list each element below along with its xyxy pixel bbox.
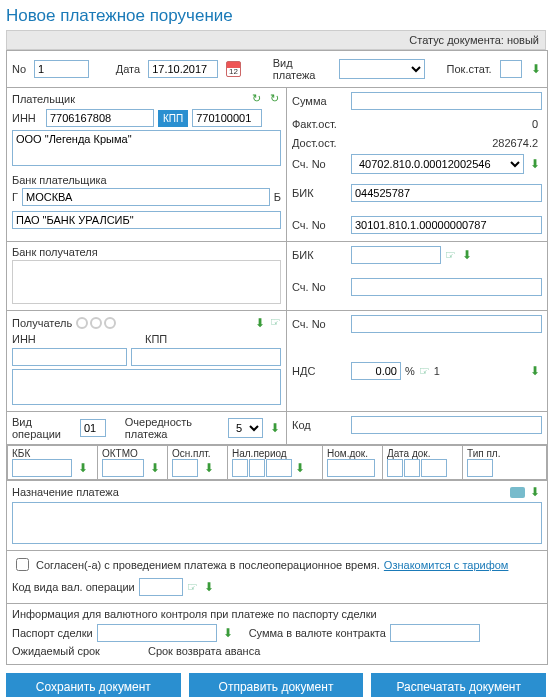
sum-input[interactable] <box>351 92 542 110</box>
pokstat-input[interactable] <box>500 60 522 78</box>
arrow-down-icon[interactable]: ⬇ <box>528 485 542 499</box>
code-input[interactable] <box>351 416 542 434</box>
advance-label: Срок возврата аванса <box>148 645 260 657</box>
payment-type-label: Вид платежа <box>273 57 332 81</box>
no-input[interactable] <box>34 60 89 78</box>
page-title: Новое платежное поручение <box>6 6 546 26</box>
payer-city-input[interactable] <box>22 188 270 206</box>
period-head: Нал.период <box>232 448 318 459</box>
datadok-2[interactable] <box>404 459 420 477</box>
payer-bank-acc <box>351 216 542 234</box>
recip-acc-input[interactable] <box>351 315 542 333</box>
refresh-icon-2[interactable]: ↻ <box>267 92 281 106</box>
hand-icon[interactable]: ☞ <box>187 580 198 594</box>
hand-icon[interactable]: ☞ <box>419 364 430 378</box>
hand-icon[interactable]: ☞ <box>270 315 281 329</box>
status-bar: Статус документа: новый <box>6 30 546 50</box>
arrow-down-icon[interactable]: ⬇ <box>530 62 543 76</box>
period-2[interactable] <box>249 459 265 477</box>
calendar-icon[interactable]: 12 <box>226 61 241 77</box>
period-3[interactable] <box>266 459 292 477</box>
acc2-label: Сч. No <box>292 219 347 231</box>
b-label: Б <box>274 191 281 203</box>
acc-select[interactable]: 40702.810.0.00012002546 <box>351 154 524 174</box>
recip-kpp-input[interactable] <box>131 348 281 366</box>
recip-bank-textarea <box>12 260 281 304</box>
osn-input[interactable] <box>172 459 198 477</box>
oktmo-input[interactable] <box>102 459 144 477</box>
purpose-label: Назначение платежа <box>12 486 119 498</box>
arrow-down-icon[interactable]: ⬇ <box>460 248 474 262</box>
recip-bank-label: Банк получателя <box>12 246 281 258</box>
recip-kpp-label: КПП <box>145 333 167 345</box>
recip-name-textarea[interactable] <box>12 369 281 405</box>
fakt-value: 0 <box>351 116 542 132</box>
period-1[interactable] <box>232 459 248 477</box>
nomdok-head: Ном.док. <box>327 448 378 459</box>
save-button[interactable]: Сохранить документ <box>6 673 181 697</box>
payer-kpp-input[interactable] <box>192 109 262 127</box>
bik-label: БИК <box>292 187 347 199</box>
recip-bank-acc <box>351 278 542 296</box>
date-label: Дата <box>116 63 140 75</box>
kbk-input[interactable] <box>12 459 72 477</box>
code-label: Код <box>292 419 347 431</box>
sumcontract-input[interactable] <box>390 624 480 642</box>
consent-checkbox[interactable] <box>16 558 29 571</box>
arrow-down-icon[interactable]: ⬇ <box>202 461 216 475</box>
op-type-input[interactable] <box>80 419 106 437</box>
payment-type-select[interactable] <box>339 59 425 79</box>
tariff-link[interactable]: Ознакомится с тарифом <box>384 559 509 571</box>
tip-head: Тип пл. <box>467 448 542 459</box>
passport-input[interactable] <box>97 624 217 642</box>
toggle-icon[interactable] <box>510 487 525 498</box>
valcode-input[interactable] <box>139 578 183 596</box>
queue-select[interactable]: 5 <box>228 418 263 438</box>
arrow-down-icon[interactable]: ⬇ <box>528 364 542 378</box>
recip-inn-input[interactable] <box>12 348 127 366</box>
arrow-down-icon[interactable]: ⬇ <box>76 461 90 475</box>
recip-acc-label: Сч. No <box>292 281 347 293</box>
nomdok-input[interactable] <box>327 459 375 477</box>
payer-inn-input[interactable] <box>46 109 154 127</box>
kbk-head: КБК <box>12 448 93 459</box>
arrow-down-icon[interactable]: ⬇ <box>202 580 216 594</box>
nds-input[interactable] <box>351 362 401 380</box>
payer-bik <box>351 184 542 202</box>
send-button[interactable]: Отправить документ <box>189 673 364 697</box>
status-label: Статус документа: <box>409 34 504 46</box>
no-label: No <box>12 63 26 75</box>
date-input[interactable] <box>148 60 218 78</box>
hand-icon[interactable]: ☞ <box>445 248 456 262</box>
purpose-textarea[interactable] <box>12 502 542 544</box>
sum-label: Сумма <box>292 95 347 107</box>
arrow-down-icon[interactable]: ⬇ <box>293 461 307 475</box>
passport-label: Паспорт сделки <box>12 627 93 639</box>
city-prefix-label: Г <box>12 191 18 203</box>
sumcontract-label: Сумма в валюте контракта <box>249 627 386 639</box>
arrow-down-icon[interactable]: ⬇ <box>528 157 542 171</box>
oktmo-head: ОКТМО <box>102 448 163 459</box>
refresh-icon[interactable]: ↻ <box>250 92 264 106</box>
arrow-down-icon[interactable]: ⬇ <box>269 421 281 435</box>
arrow-down-icon[interactable]: ⬇ <box>221 626 235 640</box>
acc-label: Сч. No <box>292 158 347 170</box>
arrow-down-icon[interactable]: ⬇ <box>148 461 162 475</box>
tip-input[interactable] <box>467 459 493 477</box>
payer-bank-label: Банк плательщика <box>12 174 281 186</box>
datadok-head: Дата док. <box>387 448 458 459</box>
consent-text: Согласен(-а) с проведением платежа в пос… <box>36 559 380 571</box>
op-type-label: Вид операции <box>12 416 74 440</box>
recip-label: Получатель <box>12 317 72 329</box>
nds-one: 1 <box>434 365 440 377</box>
kpp-button[interactable]: КПП <box>158 110 188 127</box>
expected-label: Ожидаемый срок <box>12 645 100 657</box>
datadok-1[interactable] <box>387 459 403 477</box>
datadok-3[interactable] <box>421 459 447 477</box>
print-button[interactable]: Распечатать документ <box>371 673 546 697</box>
payer-inn-label: ИНН <box>12 112 42 124</box>
payer-name-textarea[interactable]: ООО "Легенда Крыма" <box>12 130 281 166</box>
recip-bik-input[interactable] <box>351 246 441 264</box>
dost-label: Дост.ост. <box>292 137 347 149</box>
arrow-down-icon[interactable]: ⬇ <box>253 316 267 330</box>
